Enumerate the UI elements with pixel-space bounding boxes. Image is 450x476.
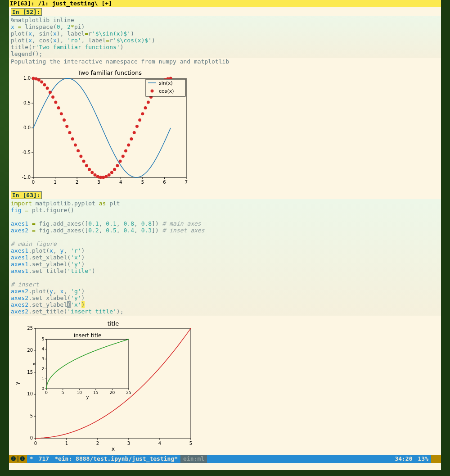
svg-point-54: [104, 175, 108, 178]
chart-inset: titlexy0123450510152025insert titleyx051…: [11, 320, 195, 451]
svg-point-49: [90, 171, 94, 174]
svg-text:7: 7: [185, 180, 188, 185]
svg-text:10: 10: [77, 390, 82, 395]
svg-text:1: 1: [65, 441, 68, 446]
svg-text:-0.5: -0.5: [22, 150, 31, 155]
svg-text:6: 6: [163, 180, 166, 185]
svg-text:25: 25: [126, 390, 131, 395]
buffer-content[interactable]: In [52]: %matplotlib inline x = linspace…: [9, 7, 441, 455]
svg-point-69: [147, 100, 150, 104]
svg-point-58: [116, 164, 119, 167]
svg-text:insert title: insert title: [74, 332, 102, 339]
prompt-in-63: In [63]:: [11, 191, 42, 199]
svg-text:-1.0: -1.0: [22, 175, 31, 180]
svg-text:Two familiar functions: Two familiar functions: [77, 69, 142, 76]
svg-text:3: 3: [41, 357, 44, 361]
svg-point-43: [74, 143, 77, 146]
svg-text:4: 4: [41, 347, 44, 351]
cell-63: In [63]: import matplotlib.pyplot as plt…: [9, 190, 441, 455]
modeline-linecount: 717: [36, 455, 52, 463]
svg-point-81: [151, 90, 154, 93]
svg-point-57: [113, 168, 116, 171]
svg-point-52: [99, 176, 102, 179]
modeline-major-mode: ein:ml: [180, 455, 207, 463]
tab-bar[interactable]: IP[63]: /1: just_testing\ [+]: [9, 0, 441, 7]
mode-line[interactable]: ❷|❶ * 717 *ein: 8888/test.ipynb/just_tes…: [9, 455, 441, 463]
modeline-scroll-pct: 13%: [415, 455, 431, 463]
svg-point-60: [122, 154, 125, 158]
svg-point-45: [79, 154, 82, 158]
cell-52-code[interactable]: %matplotlib inline x = linspace(0, 2*pi)…: [9, 16, 441, 58]
svg-point-37: [57, 106, 60, 109]
svg-text:0: 0: [34, 441, 37, 446]
svg-text:5: 5: [189, 441, 192, 446]
svg-point-55: [108, 173, 111, 177]
svg-text:0.5: 0.5: [23, 100, 31, 105]
svg-text:3: 3: [127, 441, 130, 446]
svg-text:20: 20: [110, 390, 115, 395]
cell-52-figure: Two familiar functions01234567-1.0-0.50.…: [9, 65, 441, 190]
svg-text:cos(x): cos(x): [159, 88, 174, 94]
svg-point-62: [127, 144, 130, 147]
svg-text:sin(x): sin(x): [159, 80, 173, 86]
svg-text:y: y: [86, 394, 89, 400]
svg-point-56: [110, 171, 113, 174]
svg-text:0: 0: [32, 180, 35, 185]
svg-point-53: [102, 176, 105, 179]
svg-point-36: [54, 100, 57, 104]
svg-text:0: 0: [45, 390, 48, 395]
svg-point-38: [60, 112, 63, 115]
prompt-in-52: In [52]:: [11, 8, 42, 16]
svg-point-30: [37, 78, 40, 82]
svg-point-64: [133, 131, 136, 134]
svg-point-34: [49, 91, 52, 94]
svg-point-61: [124, 149, 127, 152]
emacs-frame: IP[63]: /1: just_testing\ [+] In [52]: %…: [9, 0, 441, 470]
svg-text:15: 15: [27, 370, 33, 375]
cell-63-figure: titlexy0123450510152025insert titleyx051…: [9, 316, 441, 455]
svg-point-65: [135, 125, 139, 128]
cell-52: In [52]: %matplotlib inline x = linspace…: [9, 7, 441, 190]
svg-text:1: 1: [54, 180, 56, 185]
svg-text:20: 20: [27, 348, 33, 353]
svg-point-47: [85, 164, 88, 167]
svg-text:2: 2: [41, 367, 44, 371]
svg-point-66: [138, 118, 141, 122]
svg-text:3: 3: [98, 180, 100, 185]
modeline-workspace-badge: ❷|❶: [9, 455, 27, 463]
svg-point-50: [94, 173, 97, 177]
svg-text:5: 5: [30, 413, 33, 418]
modeline-buffer-name: *ein: 8888/test.ipynb/just_testing*: [52, 455, 180, 463]
svg-point-41: [68, 131, 71, 134]
svg-text:1: 1: [41, 376, 44, 381]
svg-point-51: [96, 175, 99, 178]
svg-point-68: [144, 106, 147, 109]
chart-two-familiar: Two familiar functions01234567-1.0-0.50.…: [11, 69, 191, 186]
svg-text:title: title: [108, 320, 119, 327]
svg-text:5: 5: [62, 390, 64, 395]
svg-text:y: y: [14, 381, 20, 385]
svg-text:2: 2: [96, 441, 99, 446]
svg-point-35: [51, 95, 54, 99]
svg-point-59: [119, 159, 122, 163]
svg-text:15: 15: [93, 390, 98, 395]
svg-text:5: 5: [141, 180, 144, 185]
svg-point-42: [71, 137, 74, 141]
svg-point-29: [35, 77, 38, 80]
svg-text:0: 0: [41, 386, 44, 391]
minibuffer[interactable]: [9, 463, 441, 470]
cell-52-stdout: Populating the interactive namespace fro…: [9, 58, 441, 65]
svg-text:4: 4: [119, 180, 122, 185]
svg-point-28: [32, 77, 35, 80]
svg-text:10: 10: [27, 391, 33, 396]
svg-point-63: [130, 137, 133, 141]
svg-text:25: 25: [27, 326, 33, 331]
svg-text:0: 0: [30, 435, 33, 440]
svg-point-48: [88, 168, 91, 171]
svg-text:1.0: 1.0: [23, 76, 31, 81]
svg-text:5: 5: [41, 337, 44, 341]
svg-text:2: 2: [76, 180, 78, 185]
svg-point-67: [141, 112, 144, 115]
cell-63-code[interactable]: import matplotlib.pyplot as plt fig = pl…: [9, 199, 441, 316]
svg-rect-111: [46, 339, 129, 389]
